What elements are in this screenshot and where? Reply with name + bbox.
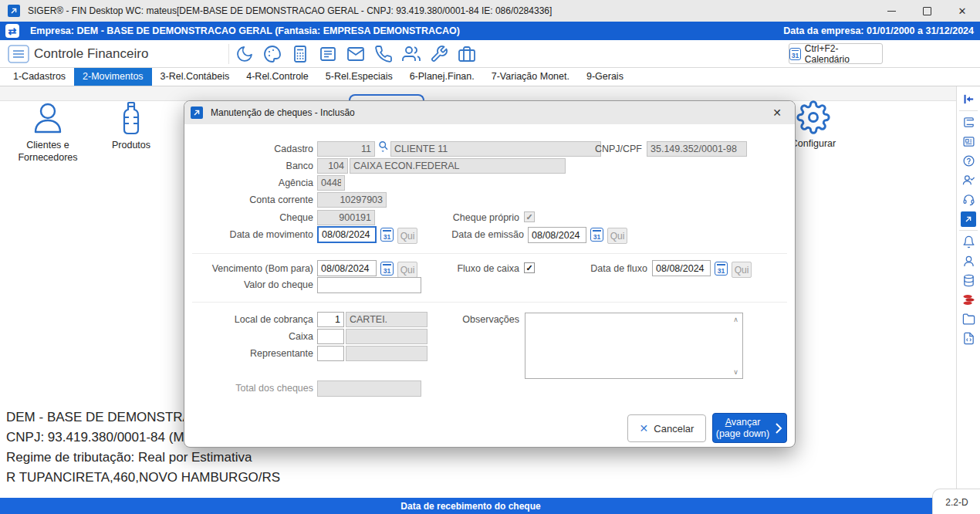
caixa-label: Caixa [192, 331, 313, 342]
dialog-close-button[interactable]: ✕ [770, 106, 784, 120]
users-button[interactable] [401, 44, 421, 64]
user-check-button[interactable] [957, 171, 980, 190]
tab-gerais[interactable]: 9-Gerais [578, 68, 632, 86]
tab-cadastros[interactable]: 1-Cadastros [5, 68, 74, 86]
observacoes-label: Observações [416, 314, 519, 325]
data-fluxo-input[interactable] [652, 260, 711, 276]
close-button[interactable]: ✕ [945, 0, 980, 22]
observacoes-textarea[interactable]: ∧ ∨ [525, 313, 743, 379]
tools-button[interactable] [429, 44, 449, 64]
company-switch-icon[interactable]: ⇄ [5, 24, 19, 38]
collapse-left-icon [962, 93, 975, 106]
help-button[interactable] [957, 151, 980, 171]
data-movimento-input[interactable] [317, 226, 377, 243]
news-button[interactable] [318, 44, 338, 64]
mail-button[interactable] [346, 44, 366, 64]
script-button[interactable] [957, 113, 980, 132]
scroll-up-icon[interactable]: ∧ [733, 316, 738, 323]
database-red-button[interactable] [957, 290, 980, 309]
main-toolbar: Controle Financeiro 31 Ctrl+F2-Calendári… [0, 40, 980, 68]
observacoes-scrollbar[interactable]: ∧ ∨ [730, 314, 742, 377]
agencia-label: Agência [192, 178, 313, 188]
tab-rel-controle[interactable]: 4-Rel.Controle [238, 68, 317, 86]
quick-access-button-active[interactable] [957, 209, 980, 228]
person-icon [30, 100, 66, 136]
bottle-icon [113, 100, 149, 136]
data-emissao-label: Data de emissão [408, 229, 524, 240]
advance-button[interactable]: Avançar(page down) [712, 413, 787, 443]
cadastro-search-button[interactable] [378, 140, 389, 152]
tab-rel-contabeis[interactable]: 3-Rel.Contábeis [152, 68, 238, 86]
data-movimento-calendar-button[interactable]: 31 [380, 228, 394, 242]
collapse-panel-button[interactable] [957, 90, 980, 109]
night-mode-button[interactable] [235, 44, 255, 64]
tab-planej-finan[interactable]: 6-Planej.Finan. [401, 68, 483, 86]
dialog-separator [192, 302, 787, 303]
minimize-icon [887, 11, 896, 12]
user-button[interactable] [957, 252, 980, 271]
dialog-title: Manutenção de cheques - Inclusão [211, 107, 355, 118]
database-button[interactable] [957, 271, 980, 290]
tools-icon [430, 45, 448, 63]
notifications-button[interactable] [957, 232, 980, 252]
dialog-separator [192, 253, 787, 254]
user-icon [962, 255, 975, 268]
calculator-icon [291, 45, 309, 63]
maximize-icon [923, 7, 931, 15]
caixa-code-input[interactable] [317, 329, 344, 344]
maximize-button[interactable] [909, 0, 945, 22]
cadastro-label: Cadastro [192, 144, 313, 154]
folder-button[interactable] [957, 309, 980, 329]
search-icon [378, 140, 389, 152]
cheque-proprio-checkbox: ✓ [524, 211, 535, 222]
total-cheques-field [317, 380, 421, 397]
toolbar-separator [228, 44, 229, 64]
calculator-button[interactable] [290, 44, 310, 64]
conta-corrente-field [317, 192, 387, 208]
representante-code-input[interactable] [317, 346, 344, 361]
fluxo-caixa-checkbox[interactable]: ✓ [524, 262, 535, 273]
data-fluxo-calendar-button[interactable]: 31 [715, 262, 728, 276]
data-fluxo-label: Data de fluxo [539, 263, 647, 274]
cadastro-code-field [317, 141, 375, 157]
scroll-down-icon[interactable]: ∨ [733, 368, 738, 376]
bell-icon [962, 235, 975, 249]
red-database-icon [962, 293, 975, 306]
minimize-button[interactable] [874, 0, 909, 22]
sidebar-separator [959, 230, 978, 231]
code-file-button[interactable] [957, 329, 980, 348]
total-cheques-label: Total dos cheques [192, 383, 313, 394]
local-cobranca-code-input[interactable] [317, 312, 344, 327]
news-panel-button[interactable] [957, 132, 980, 151]
data-movimento-label: Data de movimento [192, 229, 313, 240]
status-hint: Data de recebimento do cheque [0, 498, 941, 514]
theme-button[interactable] [262, 44, 282, 64]
support-button[interactable] [957, 190, 980, 209]
phone-button[interactable] [373, 44, 394, 64]
menu-button[interactable] [8, 45, 29, 63]
agencia-field [317, 175, 345, 191]
shortcut-clientes-fornecedores[interactable]: Clientes e Fornecedores [9, 100, 86, 164]
tab-movimentos[interactable]: 2-Movimentos [74, 68, 152, 86]
calendar-shortcut-button[interactable]: 31 Ctrl+F2-Calendário [789, 43, 883, 64]
gear-icon [796, 100, 830, 134]
shortcut-produtos[interactable]: Produtos [100, 100, 162, 151]
data-emissao-input[interactable] [528, 227, 586, 243]
code-file-icon [962, 332, 975, 345]
vencimento-input[interactable] [317, 260, 377, 276]
data-emissao-calendar-button[interactable]: 31 [590, 228, 603, 242]
cheque-dialog: Manutenção de cheques - Inclusão ✕ Cadas… [184, 100, 796, 448]
tab-rel-especiais[interactable]: 5-Rel.Especiais [317, 68, 401, 86]
tab-variacao-monet[interactable]: 7-Variação Monet. [483, 68, 578, 86]
vencimento-calendar-button[interactable]: 31 [380, 262, 394, 276]
right-sidebar [956, 86, 980, 498]
dialog-titlebar[interactable]: Manutenção de cheques - Inclusão ✕ [184, 101, 795, 124]
sub-toolbar-strip [0, 86, 956, 101]
company-date-range: Data da empresa: 01/01/2000 a 31/12/2024 [783, 25, 974, 36]
cancel-button[interactable]: ✕ Cancelar [627, 414, 706, 442]
valor-cheque-input[interactable] [317, 277, 421, 293]
moon-icon [235, 45, 254, 63]
cancel-x-icon: ✕ [640, 422, 649, 435]
company-info-line: Regime de tributação: Real por Estimativ… [6, 448, 280, 468]
briefcase-button[interactable] [457, 44, 477, 64]
